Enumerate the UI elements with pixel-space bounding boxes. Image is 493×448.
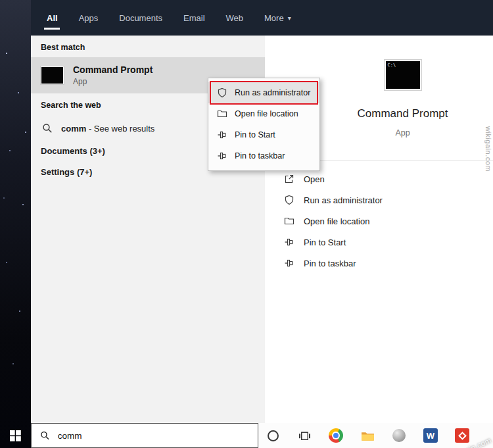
context-menu-item-pin-to-start[interactable]: Pin to Start — [208, 124, 319, 145]
watermark-side: wikigain.com — [484, 126, 492, 172]
tab-label: More — [264, 13, 284, 23]
search-flyout: All Apps Documents Email Web More ▾ Best — [31, 0, 493, 423]
red-app-button[interactable] — [454, 428, 470, 443]
pin-icon — [284, 258, 294, 268]
result-title: Command Prompt — [73, 64, 153, 75]
desktop-background-strip — [0, 0, 31, 448]
shield-icon — [284, 195, 294, 205]
chrome-button[interactable] — [328, 428, 344, 443]
tab-more[interactable]: More ▾ — [263, 0, 293, 36]
taskbar-search-input[interactable] — [58, 431, 249, 441]
search-filter-tabbar: All Apps Documents Email Web More ▾ — [31, 0, 493, 36]
action-label: Pin to taskbar — [304, 259, 356, 268]
tab-label: All — [47, 13, 58, 23]
pin-icon — [284, 237, 294, 247]
context-menu-item-pin-to-taskbar[interactable]: Pin to taskbar — [208, 145, 319, 166]
word-icon: W — [423, 428, 438, 443]
pin-icon — [217, 151, 227, 161]
web-result-text: comm - See web results — [61, 124, 154, 134]
context-menu: Run as administrator Open file location … — [208, 78, 320, 171]
diamond-glyph — [458, 432, 467, 440]
tab-web[interactable]: Web — [225, 0, 245, 36]
result-subtitle: App — [73, 77, 153, 86]
folder-icon — [284, 216, 294, 226]
chevron-down-icon: ▾ — [288, 14, 291, 22]
menu-item-label: Run as administrator — [235, 88, 310, 97]
query-text: comm — [61, 124, 86, 134]
menu-item-label: Open file location — [235, 109, 298, 118]
settings-section-label: Settings (7+) — [41, 167, 92, 177]
action-label: Run as administrator — [304, 195, 383, 205]
action-label: Open — [304, 174, 325, 184]
tab-label: Documents — [119, 13, 162, 23]
action-pin-to-start[interactable]: Pin to Start — [265, 232, 493, 253]
starfield-decoration — [0, 0, 1, 1]
open-icon — [284, 174, 294, 184]
pinned-app-button[interactable] — [391, 428, 407, 443]
documents-section-label: Documents (3+) — [41, 146, 105, 156]
see-web-results-text: - See web results — [86, 124, 154, 134]
tab-label: Apps — [79, 13, 99, 23]
action-run-as-administrator[interactable]: Run as administrator — [265, 189, 493, 211]
shield-icon — [217, 87, 227, 98]
chrome-icon — [329, 428, 343, 443]
tab-email[interactable]: Email — [182, 0, 206, 36]
context-menu-item-open-file-location[interactable]: Open file location — [208, 103, 319, 124]
best-match-header: Best match — [31, 36, 265, 56]
gray-app-icon — [392, 429, 406, 442]
context-menu-item-run-as-administrator[interactable]: Run as administrator — [208, 82, 319, 103]
tab-apps[interactable]: Apps — [78, 0, 100, 36]
search-icon — [42, 123, 53, 134]
preview-action-list: Open Run as administrator Open file loca… — [265, 168, 493, 274]
menu-item-label: Pin to Start — [235, 130, 275, 139]
taskbar-search-box[interactable] — [31, 423, 258, 448]
tab-all[interactable]: All — [45, 0, 59, 36]
pin-icon — [217, 130, 227, 140]
menu-item-label: Pin to taskbar — [235, 151, 285, 161]
best-match-text: Command Prompt App — [73, 64, 153, 86]
task-view-button[interactable] — [296, 428, 312, 443]
action-label: Open file location — [304, 216, 369, 226]
tab-documents[interactable]: Documents — [118, 0, 164, 36]
cortana-icon — [268, 430, 279, 441]
file-explorer-icon — [361, 430, 375, 441]
taskbar: W — [31, 423, 493, 448]
windows-search-screen: All Apps Documents Email Web More ▾ Best — [0, 0, 493, 448]
action-open-file-location[interactable]: Open file location — [265, 211, 493, 232]
command-prompt-icon-large: C:\ — [385, 60, 421, 90]
task-view-icon — [298, 430, 311, 441]
file-explorer-button[interactable] — [360, 428, 375, 443]
search-icon — [40, 430, 50, 441]
word-button[interactable]: W — [423, 428, 438, 443]
command-prompt-icon — [41, 66, 64, 84]
cortana-button[interactable] — [265, 428, 281, 443]
tab-label: Web — [226, 13, 244, 23]
taskbar-icon-tray: W — [265, 428, 470, 443]
red-app-icon — [455, 428, 469, 443]
folder-icon — [217, 109, 227, 119]
start-button[interactable] — [0, 423, 31, 448]
action-pin-to-taskbar[interactable]: Pin to taskbar — [265, 253, 493, 274]
action-open[interactable]: Open — [265, 168, 493, 189]
tab-label: Email — [183, 13, 205, 23]
action-label: Pin to Start — [304, 237, 346, 247]
windows-logo-icon — [10, 430, 21, 441]
